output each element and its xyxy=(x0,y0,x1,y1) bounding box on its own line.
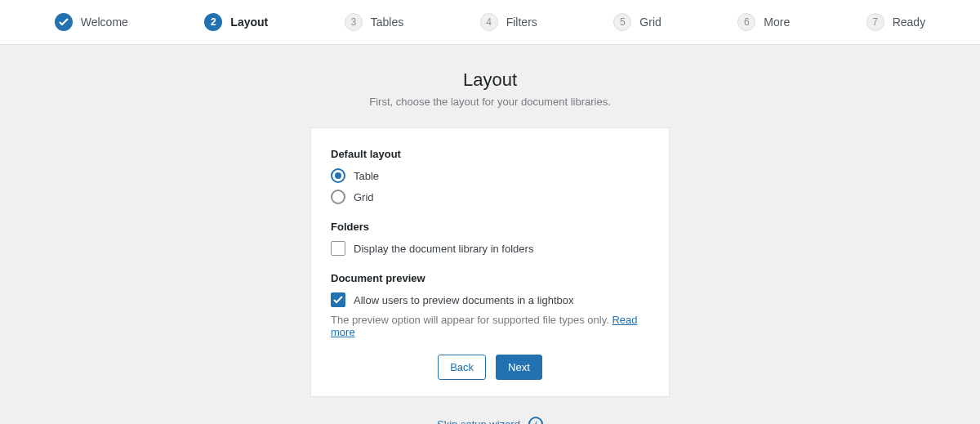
step-ready[interactable]: 7Ready xyxy=(866,13,925,31)
layout-radio-table[interactable]: Table xyxy=(331,168,649,183)
step-number-icon: 4 xyxy=(480,13,498,31)
preview-help-text: The preview option will appear for suppo… xyxy=(331,314,649,338)
next-button[interactable]: Next xyxy=(496,355,542,380)
radio-icon xyxy=(331,190,345,204)
back-button[interactable]: Back xyxy=(438,355,486,380)
info-icon[interactable]: i xyxy=(528,417,543,424)
radio-label-table: Table xyxy=(354,170,379,182)
layout-card: Default layout Table Grid Folders Displa… xyxy=(310,127,670,397)
skip-setup-link[interactable]: Skip setup wizard xyxy=(437,418,520,425)
step-label: Ready xyxy=(893,16,925,29)
step-label: Layout xyxy=(230,16,268,29)
checkbox-icon xyxy=(331,292,345,307)
skip-row: Skip setup wizard i xyxy=(0,417,980,424)
radio-icon xyxy=(331,168,345,183)
step-welcome[interactable]: Welcome xyxy=(55,13,128,31)
step-number-icon: 7 xyxy=(866,13,884,31)
step-label: Grid xyxy=(639,16,661,29)
preview-heading: Document preview xyxy=(331,272,649,284)
step-layout[interactable]: 2Layout xyxy=(204,13,268,31)
preview-checkbox-row[interactable]: Allow users to preview documents in a li… xyxy=(331,292,649,307)
preview-group: Document preview Allow users to preview … xyxy=(331,272,649,338)
step-grid[interactable]: 5Grid xyxy=(613,13,661,31)
step-number-icon: 2 xyxy=(204,13,222,31)
default-layout-group: Default layout Table Grid xyxy=(331,148,649,204)
step-label: Welcome xyxy=(81,16,128,29)
step-number-icon: 3 xyxy=(345,13,363,31)
step-more[interactable]: 6More xyxy=(737,13,790,31)
step-label: Tables xyxy=(371,16,403,29)
checkbox-icon xyxy=(331,241,345,256)
folders-checkbox-label: Display the document library in folders xyxy=(354,243,533,255)
wizard-stepper: Welcome2Layout3Tables4Filters5Grid6More7… xyxy=(0,0,980,45)
folders-checkbox-row[interactable]: Display the document library in folders xyxy=(331,241,649,256)
step-label: More xyxy=(764,16,790,29)
preview-help-prefix: The preview option will appear for suppo… xyxy=(331,314,612,326)
step-number-icon: 5 xyxy=(613,13,631,31)
folders-group: Folders Display the document library in … xyxy=(331,221,649,256)
page-title: Layout xyxy=(0,69,980,91)
button-row: Back Next xyxy=(331,355,649,380)
preview-checkbox-label: Allow users to preview documents in a li… xyxy=(354,294,574,306)
content: Layout First, choose the layout for your… xyxy=(0,45,980,424)
folders-heading: Folders xyxy=(331,221,649,233)
layout-radio-grid[interactable]: Grid xyxy=(331,190,649,204)
step-filters[interactable]: 4Filters xyxy=(480,13,537,31)
radio-label-grid: Grid xyxy=(354,191,374,203)
step-label: Filters xyxy=(506,16,537,29)
default-layout-heading: Default layout xyxy=(331,148,649,160)
page-subtitle: First, choose the layout for your docume… xyxy=(0,96,980,108)
check-icon xyxy=(55,13,73,31)
step-number-icon: 6 xyxy=(737,13,755,31)
step-tables[interactable]: 3Tables xyxy=(345,13,403,31)
